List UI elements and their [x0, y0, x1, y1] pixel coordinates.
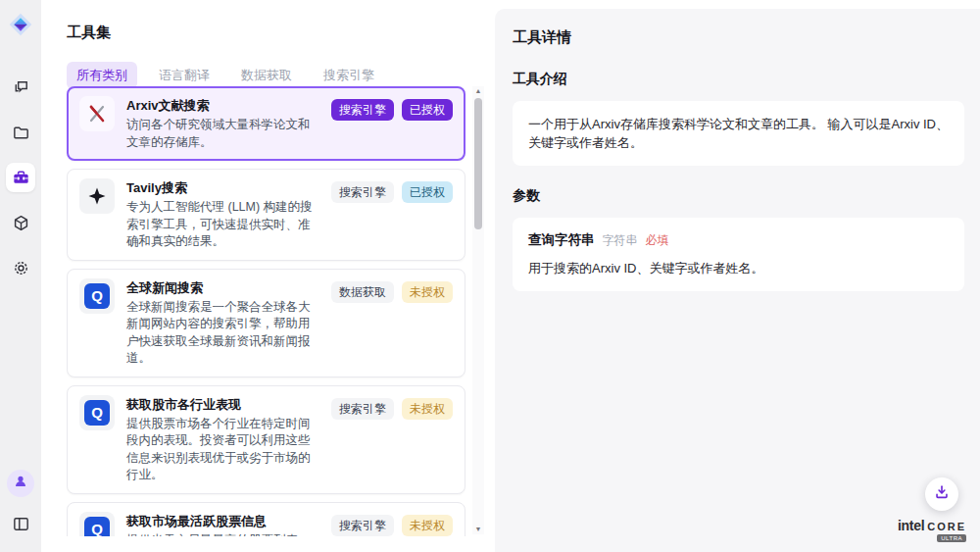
tool-card[interactable]: Arxiv文献搜索 访问各个研究领域大量科学论文和文章的存储库。 搜索引擎 已授… — [67, 86, 466, 161]
param-required-badge: 必填 — [646, 232, 669, 249]
category-badge: 搜索引擎 — [331, 398, 394, 420]
tool-card[interactable]: Tavily搜索 专为人工智能代理 (LLM) 构建的搜索引擎工具，可快速提供实… — [67, 169, 466, 261]
param-description: 用于搜索的Arxiv ID、关键字或作者姓名。 — [528, 260, 949, 277]
tool-card[interactable]: Q 获取股市各行业表现 提供股票市场各个行业在特定时间段内的表现。投资者可以利用… — [67, 385, 466, 494]
sidebar-item-settings[interactable] — [6, 253, 35, 282]
detail-column: 工具详情 工具介绍 一个用于从Arxiv存储库搜索科学论文和文章的工具。 输入可… — [495, 0, 980, 552]
params-heading: 参数 — [513, 187, 964, 205]
intro-heading: 工具介绍 — [513, 71, 964, 88]
tool-card[interactable]: Q 获取市场最活跃股票信息 提供当天交易量最高的股票列表，投资者可以利用这些信息… — [67, 502, 466, 537]
package-icon — [12, 214, 30, 232]
q-news-icon: Q — [79, 395, 115, 430]
tool-card[interactable]: Q 全球新闻搜索 全球新闻搜索是一个聚合全球各大新闻网站内容的搜索引擎，帮助用户… — [67, 269, 466, 377]
auth-badge: 未授权 — [402, 398, 453, 420]
tool-description: 访问各个研究领域大量科学论文和文章的存储库。 — [126, 117, 319, 151]
tool-name: Tavily搜索 — [126, 178, 319, 197]
tab-category-0[interactable]: 所有类别 — [67, 62, 137, 89]
brand-intel-text: intel — [898, 518, 924, 533]
tool-description: 提供股票市场各个行业在特定时间段内的表现。投资者可以利用这些信息来识别表现优于或… — [126, 416, 319, 484]
settings-icon — [12, 259, 30, 277]
app-logo diamond-logo-icon — [6, 10, 35, 39]
download-button[interactable] — [925, 477, 958, 511]
user-icon — [13, 474, 28, 493]
category-badge: 搜索引擎 — [331, 515, 394, 536]
param-type: 字符串 — [603, 232, 638, 249]
tab-category-1[interactable]: 语言翻译 — [149, 62, 220, 89]
tool-name: Arxiv文献搜索 — [126, 96, 319, 115]
auth-badge: 未授权 — [402, 281, 453, 303]
category-tabs: 所有类别语言翻译数据获取搜索引擎 — [67, 62, 495, 89]
brand-core-text: CORE — [927, 521, 966, 532]
auth-badge: 已授权 — [402, 99, 453, 121]
tool-list-panel: 工具集 所有类别语言翻译数据获取搜索引擎 Arxiv文献搜索 访问各个研究领域大… — [41, 0, 495, 552]
sidebar-item-tools[interactable] — [6, 163, 35, 192]
tool-name: 获取股市各行业表现 — [126, 395, 319, 414]
tool-description: 提供当天交易量最高的股票列表，投资者可以利用这些信息来识别流动性强的股票和潜在的… — [126, 532, 319, 537]
scroll-down-icon[interactable]: ▼ — [475, 525, 482, 534]
tool-cards-list: Arxiv文献搜索 访问各个研究领域大量科学论文和文章的存储库。 搜索引擎 已授… — [67, 86, 466, 536]
auth-badge: 已授权 — [402, 181, 453, 203]
param-name: 查询字符串 — [528, 231, 595, 249]
tool-description: 全球新闻搜索是一个聚合全球各大新闻网站内容的搜索引擎，帮助用户快速获取全球最新资… — [126, 299, 319, 368]
sidebar-item-chat[interactable] — [6, 73, 35, 102]
tavily-star-icon — [79, 178, 115, 214]
sidebar-item-files[interactable] — [6, 118, 35, 147]
tool-name: 获取市场最活跃股票信息 — [126, 512, 319, 530]
toolbox-icon — [12, 169, 30, 187]
layout-columns-icon — [12, 515, 30, 533]
intel-core-logo: intel CORE ULTRA — [898, 518, 966, 542]
scrollbar-thumb[interactable] — [474, 98, 482, 229]
scroll-up-icon[interactable]: ▲ — [475, 86, 482, 96]
category-badge: 搜索引擎 — [331, 181, 394, 203]
auth-badge: 未授权 — [402, 515, 453, 536]
chat-icon — [12, 78, 30, 97]
category-badge: 搜索引擎 — [331, 99, 394, 121]
param-box: 查询字符串 字符串 必填 用于搜索的Arxiv ID、关键字或作者姓名。 — [513, 218, 964, 291]
folder-icon — [12, 124, 30, 142]
tab-category-3[interactable]: 搜索引擎 — [314, 62, 384, 89]
icon-sidebar — [0, 0, 41, 552]
sidebar-item-panel-toggle[interactable] — [6, 509, 35, 538]
tool-detail-panel: 工具详情 工具介绍 一个用于从Arxiv存储库搜索科学论文和文章的工具。 输入可… — [495, 9, 980, 552]
q-news-icon: Q — [79, 512, 115, 537]
page-title: 工具集 — [41, 0, 495, 42]
tab-category-2[interactable]: 数据获取 — [231, 62, 302, 89]
sidebar-item-packages[interactable] — [6, 208, 35, 237]
brand-ultra-badge: ULTRA — [937, 534, 966, 542]
tool-name: 全球新闻搜索 — [126, 278, 319, 297]
sidebar-item-account[interactable] — [7, 470, 34, 497]
download-icon — [933, 483, 951, 505]
q-news-icon: Q — [79, 278, 115, 314]
tool-description: 专为人工智能代理 (LLM) 构建的搜索引擎工具，可快速提供实时、准确和真实的结… — [126, 199, 319, 251]
category-badge: 数据获取 — [331, 281, 394, 303]
intro-box: 一个用于从Arxiv存储库搜索科学论文和文章的工具。 输入可以是Arxiv ID… — [513, 101, 964, 166]
list-scrollbar[interactable]: ▲ ▼ — [472, 86, 484, 534]
intro-text: 一个用于从Arxiv存储库搜索科学论文和文章的工具。 输入可以是Arxiv ID… — [528, 115, 949, 152]
app-window: 工具集 所有类别语言翻译数据获取搜索引擎 Arxiv文献搜索 访问各个研究领域大… — [0, 0, 980, 552]
arxiv-icon — [79, 96, 115, 131]
detail-title: 工具详情 — [513, 28, 964, 47]
